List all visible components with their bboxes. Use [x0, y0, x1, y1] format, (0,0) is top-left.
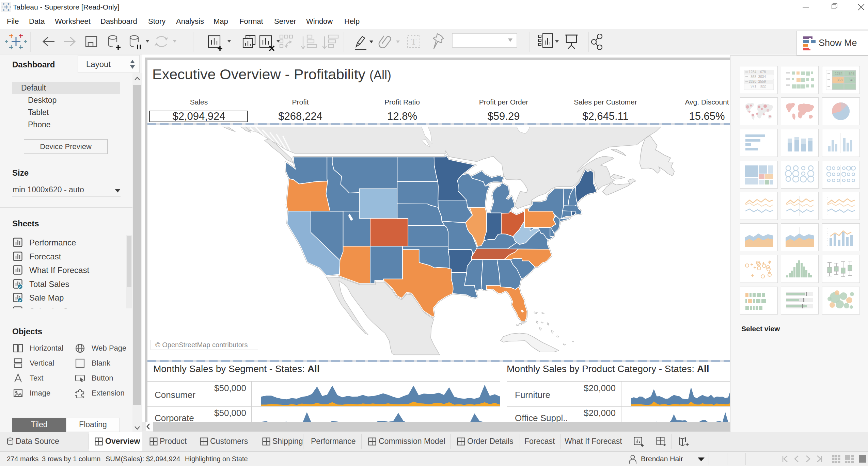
- svg-text:3034: 3034: [758, 75, 766, 79]
- svg-text:368: 368: [751, 75, 756, 79]
- svg-text:T: T: [411, 37, 416, 47]
- svg-text:546: 546: [849, 72, 854, 76]
- svg-text:1234: 1234: [835, 72, 843, 76]
- svg-text:1234: 1234: [749, 70, 757, 74]
- svg-text:340: 340: [849, 78, 854, 82]
- svg-text:971: 971: [751, 84, 756, 88]
- svg-text:368: 368: [837, 78, 842, 82]
- svg-text:2559: 2559: [758, 80, 766, 83]
- svg-text:2620: 2620: [749, 80, 757, 83]
- svg-text:322: 322: [760, 84, 766, 88]
- svg-text:678: 678: [760, 70, 766, 74]
